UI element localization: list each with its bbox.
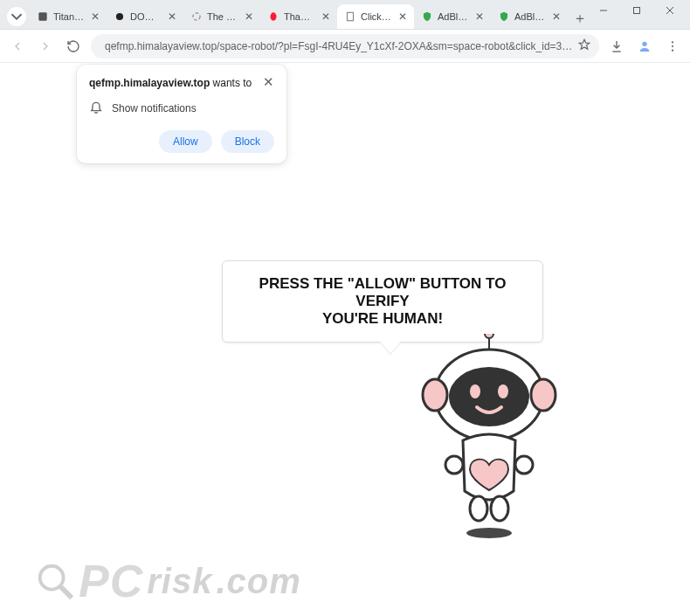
close-icon[interactable]: ✕ (166, 10, 178, 23)
page-icon (344, 10, 356, 23)
downloads-icon[interactable] (606, 36, 627, 57)
tabs-search-icon[interactable] (7, 7, 26, 26)
address-bar[interactable]: qefmp.himalayaview.top/space-robot/?pl=F… (91, 34, 599, 59)
svg-point-21 (449, 367, 529, 426)
window-controls (587, 0, 687, 24)
reload-button[interactable] (63, 36, 84, 57)
svg-point-3 (271, 12, 277, 20)
svg-point-28 (466, 528, 512, 538)
watermark-pc: PC (79, 555, 143, 607)
speech-line-1: PRESS THE "ALLOW" BUTTON TO VERIFY (238, 275, 527, 310)
tab-label: AdBlock (438, 11, 469, 22)
svg-point-17 (485, 334, 493, 338)
tab-label: AdBlock (514, 11, 546, 22)
shield-icon (421, 10, 433, 23)
minimize-button[interactable] (587, 0, 620, 21)
allow-button[interactable]: Allow (159, 130, 212, 153)
close-icon[interactable]: ✕ (473, 10, 486, 23)
watermark-dotcom: .com (216, 562, 300, 601)
tab-click-allow[interactable]: Click "All ✕ (337, 4, 414, 29)
notification-permission-prompt: qefmp.himalayaview.top wants to ✕ Show n… (77, 65, 286, 163)
profile-avatar-icon[interactable] (634, 36, 655, 57)
block-button[interactable]: Block (221, 130, 274, 153)
svg-point-23 (498, 384, 508, 398)
svg-point-19 (423, 379, 447, 411)
svg-point-14 (672, 45, 673, 46)
pcrisk-watermark: PCrisk.com (35, 555, 301, 607)
svg-rect-4 (348, 12, 354, 20)
svg-point-12 (642, 41, 646, 45)
svg-point-27 (491, 496, 508, 521)
watermark-risk: risk (147, 562, 212, 601)
svg-point-1 (116, 13, 123, 20)
close-icon[interactable]: ✕ (550, 10, 562, 23)
robot-illustration (402, 334, 576, 543)
circle-icon (114, 10, 126, 23)
maximize-button[interactable] (620, 0, 653, 21)
prompt-wants: wants to (210, 77, 252, 89)
browser-toolbar: qefmp.himalayaview.top/space-robot/?pl=F… (0, 30, 690, 63)
close-icon[interactable]: ✕ (397, 10, 409, 23)
close-icon[interactable]: ✕ (320, 10, 332, 23)
close-icon[interactable]: ✕ (243, 10, 255, 23)
svg-point-26 (470, 496, 487, 521)
tab-label: Click "All (361, 11, 392, 22)
close-icon[interactable]: ✕ (263, 77, 274, 87)
film-icon (37, 10, 49, 23)
opera-icon (267, 10, 279, 23)
tab-label: Titanic (1 (53, 11, 85, 22)
prompt-text: qefmp.himalayaview.top wants to (89, 77, 252, 89)
close-icon[interactable]: ✕ (89, 10, 101, 23)
tab-penguin[interactable]: The Pen ✕ (183, 4, 260, 29)
prompt-permission-label: Show notifications (112, 102, 197, 114)
page-viewport: qefmp.himalayaview.top wants to ✕ Show n… (0, 63, 690, 616)
speech-bubble: PRESS THE "ALLOW" BUTTON TO VERIFY YOU'R… (222, 260, 543, 343)
svg-point-15 (672, 49, 673, 51)
bookmark-icon[interactable] (578, 38, 590, 53)
prompt-domain: qefmp.himalayaview.top (89, 77, 210, 89)
tab-adblock-1[interactable]: AdBlock ✕ (414, 4, 491, 29)
svg-point-29 (40, 566, 64, 590)
tab-titanic[interactable]: Titanic (1 ✕ (30, 4, 107, 29)
browser-titlebar: Titanic (1 ✕ DOWNLO ✕ The Pen ✕ Thank yo… (0, 0, 690, 30)
tab-label: The Pen (207, 11, 238, 22)
svg-rect-6 (634, 8, 640, 14)
magnifier-icon (35, 561, 75, 601)
svg-marker-11 (579, 39, 590, 49)
tab-download[interactable]: DOWNLO ✕ (107, 4, 183, 29)
tab-label: Thank yo (284, 11, 315, 22)
forward-button[interactable] (35, 36, 56, 57)
bell-icon (89, 100, 103, 116)
svg-point-24 (445, 456, 463, 474)
svg-point-13 (672, 41, 673, 43)
kebab-menu-icon[interactable] (662, 36, 683, 57)
tab-label: DOWNLO (130, 11, 162, 22)
svg-point-25 (515, 456, 533, 474)
speech-line-2: YOU'RE HUMAN! (238, 310, 527, 328)
window-close-button[interactable] (653, 0, 687, 21)
svg-point-22 (470, 384, 480, 398)
svg-rect-0 (38, 12, 46, 20)
prompt-permission-row: Show notifications (89, 100, 274, 116)
tab-thankyou[interactable]: Thank yo ✕ (260, 4, 337, 29)
shield-icon (498, 10, 510, 23)
url-text: qefmp.himalayaview.top/space-robot/?pl=F… (105, 40, 573, 52)
spinner-icon (190, 10, 203, 23)
svg-line-30 (60, 586, 72, 598)
tab-adblock-2[interactable]: AdBlock ✕ (491, 4, 568, 29)
svg-point-20 (531, 379, 555, 411)
svg-point-2 (193, 13, 200, 20)
back-button[interactable] (7, 36, 28, 57)
